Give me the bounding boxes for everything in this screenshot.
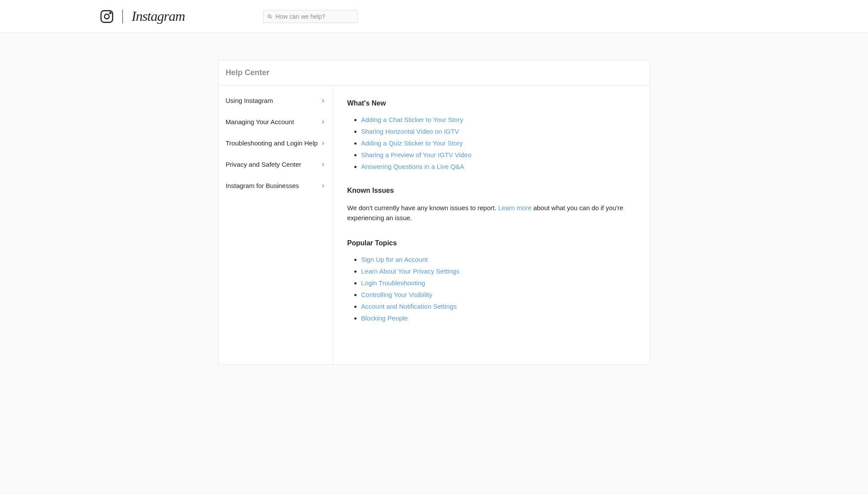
sidebar-item-label: Managing Your Account (226, 118, 294, 125)
sidebar-item-managing-account[interactable]: Managing Your Account (219, 111, 333, 132)
content-wrapper: Using Instagram Managing Your Account Tr… (219, 86, 650, 364)
popular-topic-link[interactable]: Login Troubleshooting (361, 279, 426, 287)
whats-new-link[interactable]: Sharing a Preview of Your IGTV Video (361, 151, 472, 158)
whats-new-link[interactable]: Adding a Chat Sticker to Your Story (361, 116, 463, 123)
chevron-right-icon (320, 98, 326, 104)
svg-line-4 (270, 17, 271, 18)
chevron-right-icon (320, 140, 326, 146)
chevron-right-icon (320, 119, 326, 125)
sidebar-item-privacy-safety[interactable]: Privacy and Safety Center (219, 154, 333, 175)
search-icon (267, 14, 272, 19)
section-heading: Popular Topics (347, 239, 636, 247)
page-title: Help Center (219, 60, 650, 86)
whats-new-link[interactable]: Sharing Horizontal Video on IGTV (361, 128, 459, 135)
sidebar: Using Instagram Managing Your Account Tr… (219, 86, 333, 364)
list-item: Adding a Quiz Sticker to Your Story (361, 139, 636, 147)
known-issues-text: We don't currently have any known issues… (347, 203, 636, 223)
list-item: Learn About Your Privacy Settings (361, 267, 636, 275)
list-item: Login Troubleshooting (361, 279, 636, 287)
svg-point-3 (268, 14, 271, 17)
section-heading: Known Issues (347, 187, 636, 195)
sidebar-item-businesses[interactable]: Instagram for Businesses (219, 175, 333, 196)
chevron-right-icon (320, 183, 326, 189)
logo-container[interactable]: Instagram (100, 8, 185, 24)
list-item: Account and Notification Settings (361, 303, 636, 310)
search-container (263, 10, 358, 23)
section-heading: What's New (347, 99, 636, 107)
popular-topic-link[interactable]: Controlling Your Visibility (361, 291, 432, 298)
popular-topics-section: Popular Topics Sign Up for an Account Le… (347, 239, 636, 322)
popular-topic-link[interactable]: Sign Up for an Account (361, 256, 428, 263)
sidebar-item-label: Troubleshooting and Login Help (226, 139, 318, 147)
whats-new-section: What's New Adding a Chat Sticker to Your… (347, 99, 636, 170)
instagram-icon (100, 10, 114, 23)
list-item: Answering Questions in a Live Q&A (361, 163, 636, 170)
sidebar-item-using-instagram[interactable]: Using Instagram (219, 90, 333, 111)
brand-wordmark: Instagram (132, 8, 185, 24)
popular-topic-link[interactable]: Learn About Your Privacy Settings (361, 267, 460, 275)
sidebar-item-troubleshooting[interactable]: Troubleshooting and Login Help (219, 132, 333, 154)
search-input[interactable] (263, 10, 358, 23)
main-content: What's New Adding a Chat Sticker to Your… (333, 86, 650, 364)
list-item: Adding a Chat Sticker to Your Story (361, 116, 636, 123)
logo-divider (122, 10, 123, 23)
list-item: Sharing Horizontal Video on IGTV (361, 128, 636, 135)
header: Instagram (0, 0, 868, 33)
popular-topics-list: Sign Up for an Account Learn About Your … (347, 256, 636, 322)
list-item: Controlling Your Visibility (361, 291, 636, 298)
whats-new-list: Adding a Chat Sticker to Your Story Shar… (347, 116, 636, 170)
svg-point-1 (105, 14, 109, 19)
list-item: Blocking People (361, 314, 636, 322)
chevron-right-icon (320, 162, 326, 168)
text-segment: We don't currently have any known issues… (347, 204, 498, 211)
popular-topic-link[interactable]: Account and Notification Settings (361, 303, 457, 310)
svg-point-2 (110, 12, 111, 13)
whats-new-link[interactable]: Adding a Quiz Sticker to Your Story (361, 139, 463, 147)
learn-more-link[interactable]: Learn more (498, 204, 531, 211)
popular-topic-link[interactable]: Blocking People (361, 314, 408, 322)
whats-new-link[interactable]: Answering Questions in a Live Q&A (361, 163, 465, 170)
sidebar-item-label: Using Instagram (226, 97, 273, 104)
list-item: Sharing a Preview of Your IGTV Video (361, 151, 636, 158)
known-issues-section: Known Issues We don't currently have any… (347, 187, 636, 223)
list-item: Sign Up for an Account (361, 256, 636, 263)
main-container: Help Center Using Instagram Managing You… (218, 60, 650, 365)
sidebar-item-label: Privacy and Safety Center (226, 161, 301, 168)
sidebar-item-label: Instagram for Businesses (226, 182, 299, 189)
